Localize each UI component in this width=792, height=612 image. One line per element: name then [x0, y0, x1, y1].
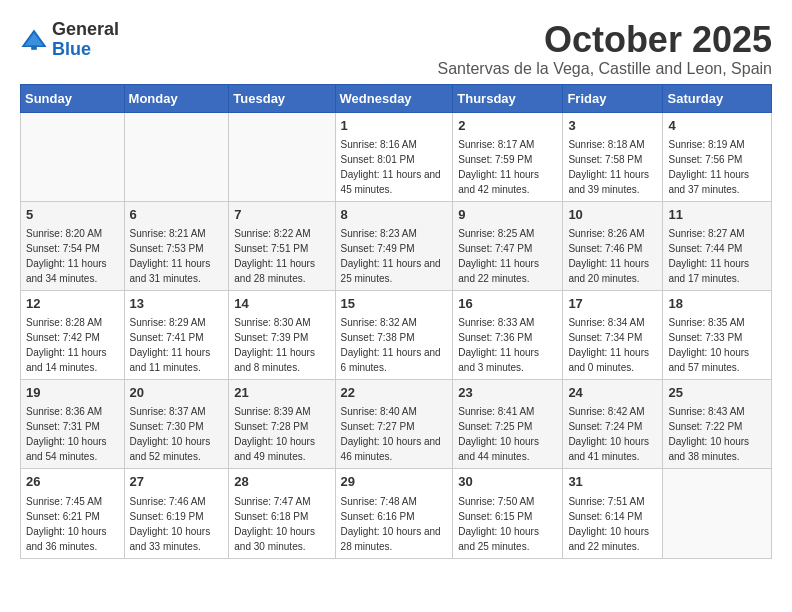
calendar-cell: 22Sunrise: 8:40 AM Sunset: 7:27 PM Dayli… [335, 380, 453, 469]
day-number: 7 [234, 206, 329, 224]
day-info: Sunrise: 8:20 AM Sunset: 7:54 PM Dayligh… [26, 228, 107, 284]
day-number: 31 [568, 473, 657, 491]
logo-blue-text: Blue [52, 39, 91, 59]
day-info: Sunrise: 8:34 AM Sunset: 7:34 PM Dayligh… [568, 317, 649, 373]
calendar-cell: 20Sunrise: 8:37 AM Sunset: 7:30 PM Dayli… [124, 380, 229, 469]
calendar-cell: 18Sunrise: 8:35 AM Sunset: 7:33 PM Dayli… [663, 290, 772, 379]
calendar-cell: 4Sunrise: 8:19 AM Sunset: 7:56 PM Daylig… [663, 112, 772, 201]
day-info: Sunrise: 8:28 AM Sunset: 7:42 PM Dayligh… [26, 317, 107, 373]
day-number: 13 [130, 295, 224, 313]
day-number: 1 [341, 117, 448, 135]
logo-general-text: General [52, 19, 119, 39]
location-title: Santervas de la Vega, Castille and Leon,… [438, 60, 772, 78]
day-info: Sunrise: 8:21 AM Sunset: 7:53 PM Dayligh… [130, 228, 211, 284]
day-number: 26 [26, 473, 119, 491]
calendar-cell [663, 469, 772, 558]
day-info: Sunrise: 8:35 AM Sunset: 7:33 PM Dayligh… [668, 317, 749, 373]
day-number: 16 [458, 295, 557, 313]
calendar-cell: 27Sunrise: 7:46 AM Sunset: 6:19 PM Dayli… [124, 469, 229, 558]
weekday-header-friday: Friday [563, 84, 663, 112]
calendar-cell: 21Sunrise: 8:39 AM Sunset: 7:28 PM Dayli… [229, 380, 335, 469]
day-number: 24 [568, 384, 657, 402]
calendar-cell: 29Sunrise: 7:48 AM Sunset: 6:16 PM Dayli… [335, 469, 453, 558]
page-header: General Blue October 2025 Santervas de l… [20, 20, 772, 78]
calendar-cell: 25Sunrise: 8:43 AM Sunset: 7:22 PM Dayli… [663, 380, 772, 469]
day-info: Sunrise: 8:43 AM Sunset: 7:22 PM Dayligh… [668, 406, 749, 462]
calendar-week-2: 5Sunrise: 8:20 AM Sunset: 7:54 PM Daylig… [21, 201, 772, 290]
day-info: Sunrise: 8:37 AM Sunset: 7:30 PM Dayligh… [130, 406, 211, 462]
calendar-cell: 5Sunrise: 8:20 AM Sunset: 7:54 PM Daylig… [21, 201, 125, 290]
calendar-cell: 30Sunrise: 7:50 AM Sunset: 6:15 PM Dayli… [453, 469, 563, 558]
day-number: 27 [130, 473, 224, 491]
day-info: Sunrise: 7:51 AM Sunset: 6:14 PM Dayligh… [568, 496, 649, 552]
day-info: Sunrise: 8:22 AM Sunset: 7:51 PM Dayligh… [234, 228, 315, 284]
calendar-cell: 26Sunrise: 7:45 AM Sunset: 6:21 PM Dayli… [21, 469, 125, 558]
day-number: 4 [668, 117, 766, 135]
weekday-header-row: SundayMondayTuesdayWednesdayThursdayFrid… [21, 84, 772, 112]
day-info: Sunrise: 8:41 AM Sunset: 7:25 PM Dayligh… [458, 406, 539, 462]
day-info: Sunrise: 8:36 AM Sunset: 7:31 PM Dayligh… [26, 406, 107, 462]
day-info: Sunrise: 8:33 AM Sunset: 7:36 PM Dayligh… [458, 317, 539, 373]
calendar-cell: 24Sunrise: 8:42 AM Sunset: 7:24 PM Dayli… [563, 380, 663, 469]
day-number: 28 [234, 473, 329, 491]
day-info: Sunrise: 8:42 AM Sunset: 7:24 PM Dayligh… [568, 406, 649, 462]
day-info: Sunrise: 8:25 AM Sunset: 7:47 PM Dayligh… [458, 228, 539, 284]
day-info: Sunrise: 8:26 AM Sunset: 7:46 PM Dayligh… [568, 228, 649, 284]
day-info: Sunrise: 8:18 AM Sunset: 7:58 PM Dayligh… [568, 139, 649, 195]
day-number: 8 [341, 206, 448, 224]
day-info: Sunrise: 7:50 AM Sunset: 6:15 PM Dayligh… [458, 496, 539, 552]
day-number: 25 [668, 384, 766, 402]
calendar-cell: 10Sunrise: 8:26 AM Sunset: 7:46 PM Dayli… [563, 201, 663, 290]
day-number: 11 [668, 206, 766, 224]
calendar-cell: 31Sunrise: 7:51 AM Sunset: 6:14 PM Dayli… [563, 469, 663, 558]
day-number: 5 [26, 206, 119, 224]
calendar-cell: 3Sunrise: 8:18 AM Sunset: 7:58 PM Daylig… [563, 112, 663, 201]
calendar-cell: 17Sunrise: 8:34 AM Sunset: 7:34 PM Dayli… [563, 290, 663, 379]
day-info: Sunrise: 7:45 AM Sunset: 6:21 PM Dayligh… [26, 496, 107, 552]
day-info: Sunrise: 7:48 AM Sunset: 6:16 PM Dayligh… [341, 496, 441, 552]
day-number: 29 [341, 473, 448, 491]
calendar-cell: 9Sunrise: 8:25 AM Sunset: 7:47 PM Daylig… [453, 201, 563, 290]
day-info: Sunrise: 8:39 AM Sunset: 7:28 PM Dayligh… [234, 406, 315, 462]
day-number: 6 [130, 206, 224, 224]
logo: General Blue [20, 20, 119, 60]
day-info: Sunrise: 8:30 AM Sunset: 7:39 PM Dayligh… [234, 317, 315, 373]
calendar-week-1: 1Sunrise: 8:16 AM Sunset: 8:01 PM Daylig… [21, 112, 772, 201]
calendar-cell: 13Sunrise: 8:29 AM Sunset: 7:41 PM Dayli… [124, 290, 229, 379]
day-number: 30 [458, 473, 557, 491]
calendar-cell: 16Sunrise: 8:33 AM Sunset: 7:36 PM Dayli… [453, 290, 563, 379]
logo-icon [20, 26, 48, 54]
day-info: Sunrise: 7:46 AM Sunset: 6:19 PM Dayligh… [130, 496, 211, 552]
day-info: Sunrise: 8:32 AM Sunset: 7:38 PM Dayligh… [341, 317, 441, 373]
day-number: 9 [458, 206, 557, 224]
calendar-cell: 6Sunrise: 8:21 AM Sunset: 7:53 PM Daylig… [124, 201, 229, 290]
weekday-header-thursday: Thursday [453, 84, 563, 112]
calendar-cell: 8Sunrise: 8:23 AM Sunset: 7:49 PM Daylig… [335, 201, 453, 290]
day-info: Sunrise: 8:19 AM Sunset: 7:56 PM Dayligh… [668, 139, 749, 195]
calendar-week-4: 19Sunrise: 8:36 AM Sunset: 7:31 PM Dayli… [21, 380, 772, 469]
calendar-cell: 28Sunrise: 7:47 AM Sunset: 6:18 PM Dayli… [229, 469, 335, 558]
month-title: October 2025 [438, 20, 772, 60]
weekday-header-monday: Monday [124, 84, 229, 112]
title-block: October 2025 Santervas de la Vega, Casti… [438, 20, 772, 78]
weekday-header-tuesday: Tuesday [229, 84, 335, 112]
calendar-cell: 1Sunrise: 8:16 AM Sunset: 8:01 PM Daylig… [335, 112, 453, 201]
day-info: Sunrise: 7:47 AM Sunset: 6:18 PM Dayligh… [234, 496, 315, 552]
day-number: 19 [26, 384, 119, 402]
day-info: Sunrise: 8:16 AM Sunset: 8:01 PM Dayligh… [341, 139, 441, 195]
calendar-cell [124, 112, 229, 201]
day-number: 10 [568, 206, 657, 224]
day-info: Sunrise: 8:23 AM Sunset: 7:49 PM Dayligh… [341, 228, 441, 284]
calendar-cell: 23Sunrise: 8:41 AM Sunset: 7:25 PM Dayli… [453, 380, 563, 469]
day-number: 18 [668, 295, 766, 313]
day-number: 3 [568, 117, 657, 135]
weekday-header-saturday: Saturday [663, 84, 772, 112]
day-number: 14 [234, 295, 329, 313]
calendar-cell: 11Sunrise: 8:27 AM Sunset: 7:44 PM Dayli… [663, 201, 772, 290]
day-info: Sunrise: 8:17 AM Sunset: 7:59 PM Dayligh… [458, 139, 539, 195]
calendar-cell [229, 112, 335, 201]
calendar-cell: 2Sunrise: 8:17 AM Sunset: 7:59 PM Daylig… [453, 112, 563, 201]
day-info: Sunrise: 8:29 AM Sunset: 7:41 PM Dayligh… [130, 317, 211, 373]
calendar-week-5: 26Sunrise: 7:45 AM Sunset: 6:21 PM Dayli… [21, 469, 772, 558]
calendar-cell: 7Sunrise: 8:22 AM Sunset: 7:51 PM Daylig… [229, 201, 335, 290]
